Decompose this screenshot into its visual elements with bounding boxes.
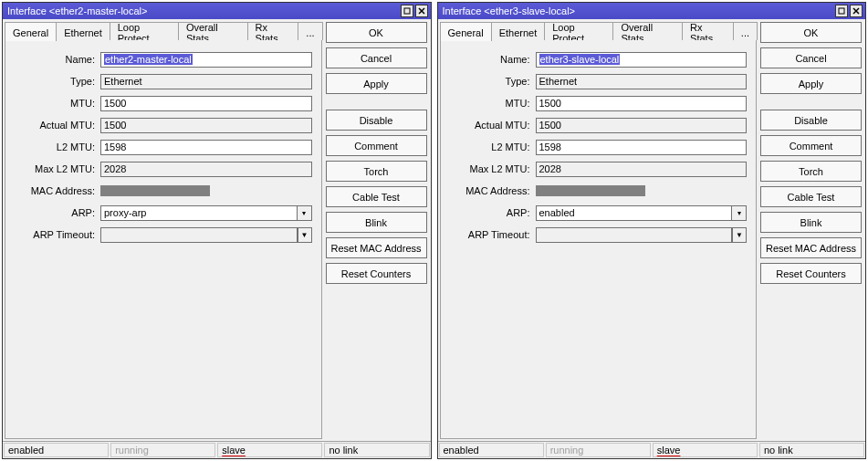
l2mtu-input[interactable]: 1598 [536, 140, 748, 155]
blink-button[interactable]: Blink [760, 212, 862, 233]
status-enabled: enabled [4, 443, 109, 457]
name-label: Name: [13, 54, 100, 65]
close-icon[interactable] [415, 5, 428, 17]
l2mtu-input[interactable]: 1598 [100, 140, 312, 155]
tab-loop-protect[interactable]: Loop Protect [544, 22, 613, 40]
reset-mac-button[interactable]: Reset MAC Address [760, 237, 862, 258]
status-bar: enabled running slave no link [3, 441, 431, 458]
type-value: Ethernet [536, 74, 748, 89]
mtu-input[interactable]: 1500 [536, 96, 748, 111]
arp-label: ARP: [13, 207, 100, 218]
actual-mtu-value: 1500 [100, 118, 312, 133]
actual-mtu-label: Actual MTU: [448, 120, 536, 131]
form-panel: Name: ether3-slave-local Type: Ethernet … [440, 40, 758, 439]
name-input[interactable]: ether2-master-local [100, 52, 312, 68]
interface-window-2: Interface <ether3-slave-local> General E… [437, 2, 867, 459]
comment-button[interactable]: Comment [326, 135, 427, 156]
type-label: Type: [13, 76, 100, 87]
ok-button[interactable]: OK [760, 22, 862, 43]
mtu-label: MTU: [448, 98, 536, 109]
status-running: running [110, 443, 215, 457]
mac-address-input[interactable] [100, 183, 312, 199]
name-label: Name: [448, 54, 536, 65]
arp-timeout-input[interactable] [100, 227, 298, 243]
cable-test-button[interactable]: Cable Test [760, 186, 862, 207]
reset-counters-button[interactable]: Reset Counters [760, 263, 862, 284]
tab-bar: General Ethernet Loop Protect Overall St… [5, 22, 322, 40]
arp-timeout-input[interactable] [536, 227, 733, 243]
tab-overall-stats[interactable]: Overall Stats [612, 22, 683, 40]
l2mtu-label: L2 MTU: [448, 141, 536, 152]
mtu-input[interactable]: 1500 [100, 96, 312, 111]
status-slave: slave [653, 443, 758, 457]
tab-ethernet[interactable]: Ethernet [56, 22, 110, 40]
tab-more[interactable]: ... [733, 22, 758, 40]
ok-button[interactable]: OK [326, 22, 427, 43]
maxl2mtu-label: Max L2 MTU: [13, 163, 100, 174]
titlebar[interactable]: Interface <ether3-slave-local> [438, 3, 866, 19]
tab-rx-stats[interactable]: Rx Stats [682, 22, 734, 40]
l2mtu-label: L2 MTU: [13, 141, 100, 152]
reset-counters-button[interactable]: Reset Counters [326, 263, 427, 284]
status-bar: enabled running slave no link [438, 441, 866, 458]
apply-button[interactable]: Apply [760, 73, 862, 94]
status-link: no link [324, 443, 429, 457]
status-running: running [546, 443, 651, 457]
svg-rect-0 [404, 8, 410, 14]
mac-label: MAC Address: [448, 185, 536, 196]
type-value: Ethernet [100, 74, 312, 89]
tab-general[interactable]: General [440, 22, 492, 41]
tab-more[interactable]: ... [298, 22, 322, 40]
reset-mac-button[interactable]: Reset MAC Address [326, 237, 427, 258]
torch-button[interactable]: Torch [760, 161, 862, 182]
maxl2mtu-label: Max L2 MTU: [448, 163, 536, 174]
form-panel: Name: ether2-master-local Type: Ethernet… [5, 40, 322, 439]
torch-button[interactable]: Torch [326, 161, 427, 182]
cancel-button[interactable]: Cancel [326, 47, 427, 68]
status-enabled: enabled [439, 443, 544, 457]
cancel-button[interactable]: Cancel [760, 47, 862, 68]
arp-select[interactable]: enabled [536, 205, 733, 221]
minimize-icon[interactable] [835, 5, 848, 17]
arp-select[interactable]: proxy-arp [100, 205, 298, 221]
actual-mtu-value: 1500 [536, 118, 748, 133]
type-label: Type: [448, 76, 536, 87]
maxl2mtu-value: 2028 [536, 162, 748, 177]
blink-button[interactable]: Blink [326, 212, 427, 233]
tab-overall-stats[interactable]: Overall Stats [178, 22, 248, 40]
maxl2mtu-value: 2028 [100, 162, 312, 177]
button-column: OK Cancel Apply Disable Comment Torch Ca… [326, 22, 427, 439]
svg-rect-3 [839, 8, 844, 14]
arp-dropdown-icon[interactable]: ▾ [298, 205, 312, 221]
disable-button[interactable]: Disable [326, 110, 427, 131]
actual-mtu-label: Actual MTU: [13, 120, 100, 131]
mac-address-input[interactable] [536, 183, 748, 199]
cable-test-button[interactable]: Cable Test [326, 186, 427, 207]
comment-button[interactable]: Comment [760, 135, 862, 156]
arp-dropdown-icon[interactable]: ▾ [732, 205, 747, 221]
arp-timeout-toggle-icon[interactable]: ▼ [298, 227, 312, 243]
tab-bar: General Ethernet Loop Protect Overall St… [440, 22, 758, 40]
tab-ethernet[interactable]: Ethernet [491, 22, 546, 40]
interface-window-1: Interface <ether2-master-local> General … [2, 2, 432, 459]
arp-timeout-toggle-icon[interactable]: ▼ [732, 227, 747, 243]
mac-label: MAC Address: [13, 185, 100, 196]
tab-general[interactable]: General [5, 22, 57, 41]
tab-loop-protect[interactable]: Loop Protect [110, 22, 179, 40]
mtu-label: MTU: [13, 98, 100, 109]
arp-timeout-label: ARP Timeout: [13, 229, 100, 240]
status-link: no link [759, 443, 864, 457]
name-input[interactable]: ether3-slave-local [536, 52, 748, 68]
close-icon[interactable] [850, 5, 863, 17]
button-column: OK Cancel Apply Disable Comment Torch Ca… [760, 22, 862, 439]
minimize-icon[interactable] [401, 5, 413, 17]
status-slave: slave [217, 443, 322, 457]
arp-label: ARP: [448, 207, 536, 218]
tab-rx-stats[interactable]: Rx Stats [247, 22, 299, 40]
window-title: Interface <ether3-slave-local> [441, 5, 836, 16]
window-title: Interface <ether2-master-local> [5, 5, 401, 16]
titlebar[interactable]: Interface <ether2-master-local> [3, 3, 431, 19]
apply-button[interactable]: Apply [326, 73, 427, 94]
arp-timeout-label: ARP Timeout: [448, 229, 536, 240]
disable-button[interactable]: Disable [760, 110, 862, 131]
